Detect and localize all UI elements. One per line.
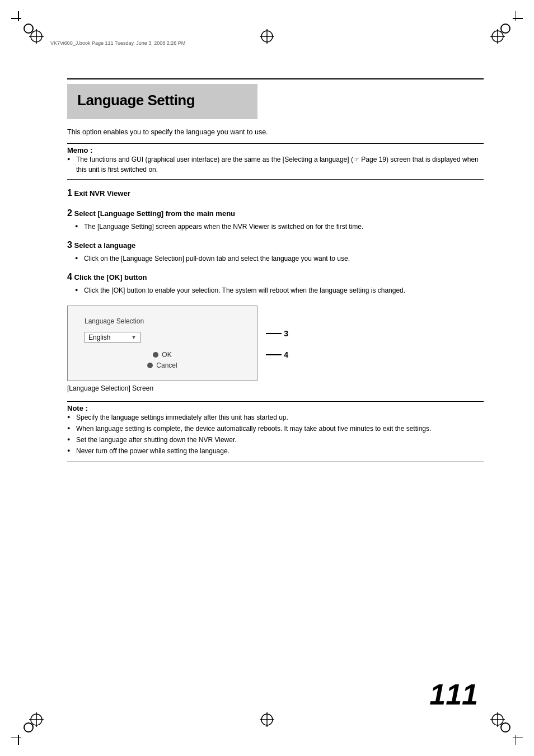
step-3-bullet: Click on the [Language Selection] pull-d… xyxy=(75,253,484,264)
reg-mark-br xyxy=(489,711,506,728)
page-container: VK7Vi600_J.book Page 111 Tuesday, June 3… xyxy=(0,0,534,756)
step-1: 1 Exit NVR Viewer xyxy=(67,186,484,200)
callout-3-row: 3 xyxy=(266,329,288,338)
screen-mockup: Language Selection English ▼ OK xyxy=(67,306,257,381)
step-3-number: 3 xyxy=(67,240,72,250)
callout-4-line xyxy=(266,354,282,355)
cancel-button-dot xyxy=(147,363,153,368)
step-2: 2 Select [Language Setting] from the mai… xyxy=(67,206,484,232)
screen-caption: [Language Selection] Screen xyxy=(67,384,484,392)
callout-3-line xyxy=(266,333,282,334)
step-4-heading: 4 Click the [OK] button xyxy=(67,270,484,284)
step-3-detail: Click on the [Language Selection] pull-d… xyxy=(67,253,484,264)
screen-mockup-container: Language Selection English ▼ OK xyxy=(67,306,484,381)
note-bullet-4: Never turn off the power while setting t… xyxy=(67,446,484,456)
reg-mark-tl xyxy=(28,28,45,45)
callout-4-row: 4 xyxy=(266,350,288,359)
intro-text: This option enables you to specify the l… xyxy=(67,127,484,138)
memo-bullet: The functions and GUI (graphical user in… xyxy=(67,154,484,175)
top-rule xyxy=(67,78,484,79)
step-1-number: 1 xyxy=(67,188,72,198)
step-2-detail: The [Language Setting] screen appears wh… xyxy=(67,222,484,232)
step-4-number: 4 xyxy=(67,272,72,281)
ok-button-dot xyxy=(153,352,158,358)
language-selection-label: Language Selection xyxy=(85,317,240,325)
step-4: 4 Click the [OK] button Click the [OK] b… xyxy=(67,270,484,295)
screen-btn-row: OK Cancel xyxy=(85,351,240,369)
callout-4-number: 4 xyxy=(284,350,288,359)
callout-numbers: 3 4 xyxy=(266,329,288,359)
cancel-button[interactable]: Cancel xyxy=(147,361,177,369)
step-3-label: Select a language xyxy=(74,241,136,250)
step-1-label: Exit NVR Viewer xyxy=(74,189,130,198)
header-bar: VK7Vi600_J.book Page 111 Tuesday, June 3… xyxy=(50,40,484,46)
callout-3-number: 3 xyxy=(284,329,288,338)
reg-mark-bl xyxy=(28,711,45,728)
page-number: 111 xyxy=(429,678,478,711)
note-bullet-2: When language setting is complete, the d… xyxy=(67,424,484,434)
cancel-button-label: Cancel xyxy=(156,361,177,369)
step-3-heading: 3 Select a language xyxy=(67,238,484,252)
note-box: Note : Specify the language settings imm… xyxy=(67,401,484,462)
header-text: VK7Vi600_J.book Page 111 Tuesday, June 3… xyxy=(50,40,185,46)
language-dropdown[interactable]: English ▼ xyxy=(85,332,140,343)
step-2-label: Select [Language Setting] from the main … xyxy=(74,209,235,218)
language-dropdown-value: English xyxy=(88,334,110,341)
reg-mark-bc xyxy=(259,711,275,728)
section-title-box: Language Setting xyxy=(67,84,257,119)
step-4-detail: Click the [OK] button to enable your sel… xyxy=(67,285,484,295)
section-title: Language Setting xyxy=(77,92,195,109)
ok-button-label: OK xyxy=(162,351,171,359)
step-1-heading: 1 Exit NVR Viewer xyxy=(67,186,484,200)
memo-box: Memo : The functions and GUI (graphical … xyxy=(67,143,484,180)
step-2-number: 2 xyxy=(67,208,72,218)
dropdown-arrow-icon: ▼ xyxy=(131,334,137,340)
step-2-heading: 2 Select [Language Setting] from the mai… xyxy=(67,206,484,220)
step-2-bullet: The [Language Setting] screen appears wh… xyxy=(75,222,484,232)
memo-title: Memo : xyxy=(67,146,93,154)
ok-button[interactable]: OK xyxy=(153,351,171,359)
note-title: Note : xyxy=(67,404,88,412)
main-content: Language Setting This option enables you… xyxy=(67,78,484,462)
lang-dropdown-row: English ▼ xyxy=(85,332,240,343)
step-4-bullet: Click the [OK] button to enable your sel… xyxy=(75,285,484,295)
note-bullet-1: Specify the language settings immediatel… xyxy=(67,412,484,422)
step-4-label: Click the [OK] button xyxy=(74,273,147,281)
note-bullet-3: Set the language after shutting down the… xyxy=(67,435,484,445)
reg-mark-tr xyxy=(489,28,506,45)
step-3: 3 Select a language Click on the [Langua… xyxy=(67,238,484,264)
